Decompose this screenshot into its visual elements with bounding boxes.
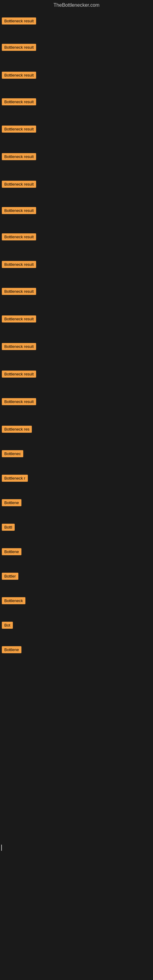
bottleneck-item-4[interactable]: Bottleneck result xyxy=(1,98,37,107)
bottleneck-badge-9[interactable]: Bottleneck result xyxy=(2,233,36,240)
bottleneck-item-19[interactable]: Bottlene xyxy=(1,499,22,508)
bottleneck-badge-14[interactable]: Bottleneck result xyxy=(2,371,36,378)
bottleneck-badge-22[interactable]: Bottler xyxy=(2,573,18,580)
bottleneck-badge-6[interactable]: Bottleneck result xyxy=(2,153,36,160)
bottleneck-item-8[interactable]: Bottleneck result xyxy=(1,207,37,215)
bottleneck-item-2[interactable]: Bottleneck result xyxy=(1,44,37,52)
bottleneck-badge-13[interactable]: Bottleneck result xyxy=(2,343,36,350)
site-title: TheBottlenecker.com xyxy=(0,0,153,10)
bottleneck-item-23[interactable]: Bottleneck xyxy=(1,597,27,605)
bottleneck-badge-15[interactable]: Bottleneck result xyxy=(2,398,36,405)
bottleneck-badge-25[interactable]: Bottlene xyxy=(2,646,21,653)
bottleneck-item-13[interactable]: Bottleneck result xyxy=(1,343,37,351)
items-container xyxy=(0,10,153,12)
bottleneck-badge-8[interactable]: Bottleneck result xyxy=(2,207,36,214)
bottleneck-item-17[interactable]: Bottlenec xyxy=(1,450,24,458)
bottleneck-badge-23[interactable]: Bottleneck xyxy=(2,597,26,604)
bottleneck-item-15[interactable]: Bottleneck result xyxy=(1,398,37,406)
bottleneck-badge-17[interactable]: Bottlenec xyxy=(2,450,23,457)
bottleneck-badge-21[interactable]: Bottlene xyxy=(2,548,21,555)
bottleneck-item-5[interactable]: Bottleneck result xyxy=(1,126,37,134)
bottleneck-badge-16[interactable]: Bottleneck res xyxy=(2,426,32,433)
bottleneck-item-25[interactable]: Bottlene xyxy=(1,646,22,654)
bottleneck-item-7[interactable]: Bottleneck result xyxy=(1,181,37,189)
bottleneck-item-16[interactable]: Bottleneck res xyxy=(1,426,33,434)
bottleneck-badge-11[interactable]: Bottleneck result xyxy=(2,288,36,295)
bottleneck-badge-3[interactable]: Bottleneck result xyxy=(2,72,36,79)
bottleneck-badge-5[interactable]: Bottleneck result xyxy=(2,126,36,133)
bottleneck-item-14[interactable]: Bottleneck result xyxy=(1,371,37,379)
site-header: TheBottlenecker.com xyxy=(0,0,153,10)
bottleneck-item-24[interactable]: Bot xyxy=(1,622,14,630)
bottleneck-item-18[interactable]: Bottleneck r xyxy=(1,475,29,483)
bottleneck-item-12[interactable]: Bottleneck result xyxy=(1,315,37,324)
bottleneck-badge-19[interactable]: Bottlene xyxy=(2,499,21,506)
bottleneck-item-21[interactable]: Bottlene xyxy=(1,548,22,557)
bottleneck-item-11[interactable]: Bottleneck result xyxy=(1,288,37,296)
bottleneck-badge-18[interactable]: Bottleneck r xyxy=(2,475,28,482)
bottleneck-item-10[interactable]: Bottleneck result xyxy=(1,261,37,269)
bottleneck-item-9[interactable]: Bottleneck result xyxy=(1,233,37,242)
bottleneck-badge-2[interactable]: Bottleneck result xyxy=(2,44,36,51)
bottleneck-badge-10[interactable]: Bottleneck result xyxy=(2,261,36,268)
cursor-line xyxy=(1,845,2,851)
bottleneck-badge-7[interactable]: Bottleneck result xyxy=(2,181,36,188)
bottleneck-badge-4[interactable]: Bottleneck result xyxy=(2,98,36,105)
bottleneck-badge-12[interactable]: Bottleneck result xyxy=(2,315,36,323)
bottleneck-item-20[interactable]: Bottl xyxy=(1,524,16,532)
bottleneck-item-22[interactable]: Bottler xyxy=(1,573,19,581)
bottleneck-badge-20[interactable]: Bottl xyxy=(2,524,15,531)
bottleneck-item-1[interactable]: Bottleneck result xyxy=(1,18,37,26)
bottleneck-item-6[interactable]: Bottleneck result xyxy=(1,153,37,161)
bottleneck-badge-24[interactable]: Bot xyxy=(2,622,13,629)
bottleneck-badge-1[interactable]: Bottleneck result xyxy=(2,18,36,24)
bottleneck-item-3[interactable]: Bottleneck result xyxy=(1,72,37,80)
